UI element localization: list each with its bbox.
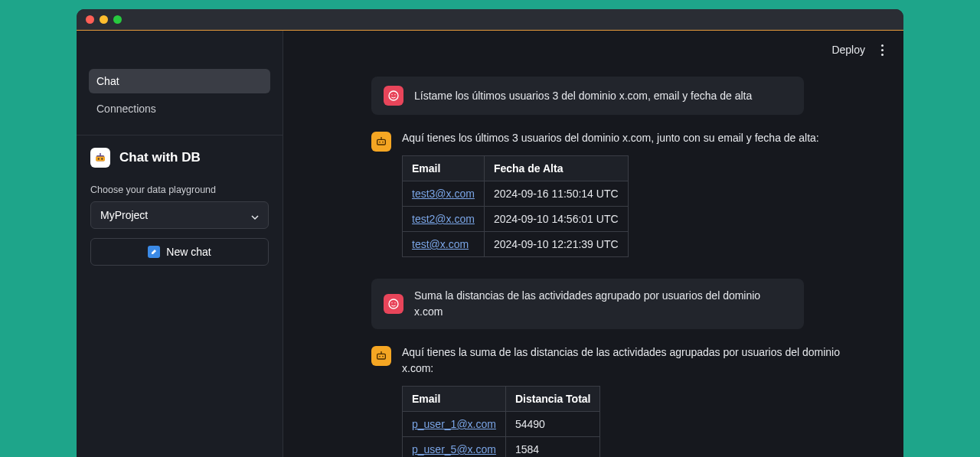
app-window: Chat Connections Chat with DB Choose you… [77, 9, 903, 457]
table-row: test3@x.com 2024-09-16 11:50:14 UTC [403, 181, 629, 207]
email-link[interactable]: p_user_5@x.com [412, 443, 496, 455]
main-panel: Deploy Lístame los últimos usuarios 3 de… [283, 31, 903, 457]
sidebar-divider [77, 135, 283, 135]
th-email: Email [403, 387, 506, 412]
new-chat-button[interactable]: New chat [90, 238, 269, 266]
bot-content: Aquí tienes la suma de las distancias de… [402, 344, 873, 457]
app-title-text: Chat with DB [119, 150, 201, 165]
robot-icon [90, 148, 110, 168]
cell-dist: 1584 [505, 437, 600, 458]
chat-scroll-area[interactable]: Lístame los últimos usuarios 3 del domin… [283, 69, 903, 457]
reply-text: Aquí tienes los últimos 3 usuarios del d… [402, 130, 873, 146]
svg-rect-15 [377, 354, 386, 359]
svg-rect-4 [100, 153, 101, 155]
reply-text: Aquí tienes la suma de las distancias de… [402, 344, 873, 377]
cell-date: 2024-09-10 14:56:01 UTC [484, 207, 628, 232]
user-bubble: Lístame los últimos usuarios 3 del domin… [371, 77, 804, 115]
svg-point-13 [391, 302, 392, 303]
cell-dist: 54490 [505, 412, 600, 437]
table-header-row: Email Fecha de Alta [403, 156, 629, 181]
table-header-row: Email Distancia Total [403, 387, 600, 412]
table-row: test2@x.com 2024-09-10 14:56:01 UTC [403, 207, 629, 232]
user-avatar-icon [384, 294, 403, 314]
message-text: Lístame los últimos usuarios 3 del domin… [414, 88, 752, 104]
svg-rect-1 [96, 157, 105, 162]
cell-date: 2024-09-16 11:50:14 UTC [484, 181, 628, 207]
th-date: Fecha de Alta [484, 156, 628, 181]
maximize-window-icon[interactable] [113, 15, 122, 24]
svg-point-2 [98, 158, 100, 159]
table-row: p_user_1@x.com 54490 [403, 412, 600, 437]
email-link[interactable]: test2@x.com [412, 213, 475, 225]
svg-point-6 [391, 94, 392, 95]
app-body: Chat Connections Chat with DB Choose you… [77, 31, 903, 457]
result-table-2: Email Distancia Total p_user_1@x.com 544… [402, 386, 600, 457]
message-text: Suma la distancias de las actividades ag… [414, 288, 792, 320]
app-title: Chat with DB [77, 148, 283, 168]
svg-point-3 [101, 158, 103, 159]
table-row: test@x.com 2024-09-10 12:21:39 UTC [403, 232, 629, 257]
chevron-down-icon [251, 211, 259, 219]
th-email: Email [403, 156, 485, 181]
minimize-window-icon[interactable] [100, 15, 108, 24]
svg-point-16 [379, 356, 381, 357]
table-row: p_user_5@x.com 1584 [403, 437, 600, 458]
close-window-icon[interactable] [86, 15, 94, 24]
svg-point-12 [389, 299, 398, 308]
email-link[interactable]: test3@x.com [412, 188, 475, 200]
svg-point-7 [394, 94, 395, 95]
email-link[interactable]: p_user_1@x.com [412, 418, 496, 430]
svg-rect-18 [381, 351, 381, 354]
svg-point-14 [394, 302, 395, 303]
bot-message: Aquí tienes la suma de las distancias de… [371, 344, 873, 457]
user-bubble: Suma la distancias de las actividades ag… [371, 279, 804, 329]
svg-rect-11 [381, 137, 381, 139]
sidebar: Chat Connections Chat with DB Choose you… [77, 31, 283, 457]
cell-date: 2024-09-10 12:21:39 UTC [484, 232, 628, 257]
th-dist: Distancia Total [505, 387, 600, 412]
playground-label: Choose your data playground [77, 184, 283, 195]
top-bar: Deploy [283, 31, 903, 69]
more-menu-icon[interactable] [876, 44, 888, 56]
sidebar-nav: Chat Connections [77, 69, 283, 121]
bot-avatar-icon [371, 132, 391, 152]
svg-point-17 [382, 356, 384, 357]
project-select-value: MyProject [100, 209, 148, 221]
svg-point-5 [389, 91, 398, 100]
user-message: Suma la distancias de las actividades ag… [371, 279, 873, 329]
window-titlebar [77, 9, 903, 31]
svg-point-9 [379, 142, 381, 143]
nav-chat[interactable]: Chat [89, 69, 270, 93]
bot-avatar-icon [371, 346, 391, 366]
svg-rect-8 [377, 139, 386, 145]
email-link[interactable]: test@x.com [412, 238, 469, 250]
deploy-button[interactable]: Deploy [831, 44, 865, 56]
new-chat-icon [148, 246, 160, 258]
new-chat-label: New chat [166, 246, 211, 258]
svg-point-10 [382, 142, 384, 143]
bot-content: Aquí tienes los últimos 3 usuarios del d… [402, 130, 873, 257]
user-avatar-icon [384, 86, 403, 106]
nav-connections[interactable]: Connections [89, 96, 270, 121]
project-select[interactable]: MyProject [90, 201, 269, 229]
result-table-1: Email Fecha de Alta test3@x.com 2024-09-… [402, 155, 629, 257]
bot-message: Aquí tienes los últimos 3 usuarios del d… [371, 130, 873, 257]
user-message: Lístame los últimos usuarios 3 del domin… [371, 77, 873, 115]
